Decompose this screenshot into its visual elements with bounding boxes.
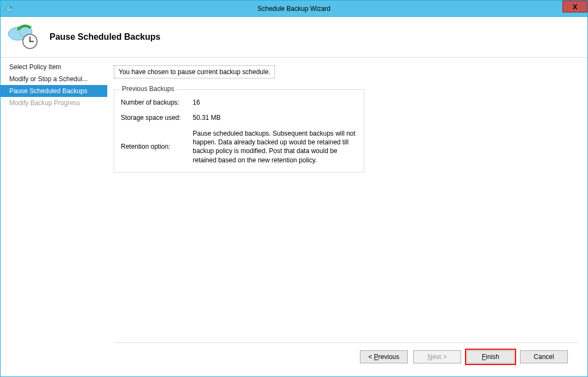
svg-point-7 <box>29 41 31 42</box>
sidebar-item-select-policy[interactable]: Select Policy Item <box>1 61 107 73</box>
next-button-label: Next > <box>427 353 446 361</box>
app-icon <box>4 3 15 14</box>
label-retention-option: Retention option: <box>121 143 191 150</box>
sidebar-item-modify-stop[interactable]: Modify or Stop a Schedul... <box>1 73 107 85</box>
wizard-main-panel: You have chosen to pause current backup … <box>107 58 587 376</box>
row-retention-option: Retention option: Pause scheduled backup… <box>121 129 357 165</box>
window-title: Schedule Backup Wizard <box>1 5 587 13</box>
value-storage-space: 50.31 MB <box>191 114 357 121</box>
value-number-of-backups: 16 <box>191 99 357 106</box>
previous-button[interactable]: < Previous <box>360 350 408 363</box>
sidebar-item-pause-backups[interactable]: Pause Scheduled Backups <box>1 85 107 97</box>
wizard-footer: < Previous Next > Finish Cancel <box>114 342 578 371</box>
cancel-button-label: Cancel <box>534 353 554 361</box>
wizard-steps-sidebar: Select Policy Item Modify or Stop a Sche… <box>1 58 107 376</box>
info-message: You have chosen to pause current backup … <box>114 65 275 78</box>
cloud-backup-icon <box>6 22 40 52</box>
row-storage-space: Storage space used: 50.31 MB <box>121 114 357 121</box>
close-button[interactable]: X <box>562 1 587 13</box>
wizard-header: Pause Scheduled Backups <box>1 17 587 58</box>
body-area: Select Policy Item Modify or Stop a Sche… <box>1 58 587 376</box>
close-icon: X <box>573 3 578 11</box>
sidebar-item-modify-progress: Modify Backup Progress <box>1 97 107 109</box>
cancel-button[interactable]: Cancel <box>520 350 568 363</box>
label-number-of-backups: Number of backups: <box>121 99 191 106</box>
page-title: Pause Scheduled Backups <box>50 32 161 42</box>
finish-button[interactable]: Finish <box>467 350 514 363</box>
next-button: Next > <box>413 350 461 363</box>
value-retention-option: Pause scheduled backups. Subsequent back… <box>191 129 357 165</box>
row-number-of-backups: Number of backups: 16 <box>121 99 357 106</box>
wizard-window: Schedule Backup Wizard X Pause Scheduled… <box>0 0 588 377</box>
previous-backups-group: Previous Backups Number of backups: 16 S… <box>114 89 364 173</box>
groupbox-legend: Previous Backups <box>120 85 176 93</box>
previous-button-label: < Previous <box>368 353 399 361</box>
label-storage-space: Storage space used: <box>121 114 191 121</box>
finish-button-label: Finish <box>482 353 499 361</box>
titlebar: Schedule Backup Wizard X <box>1 1 587 17</box>
